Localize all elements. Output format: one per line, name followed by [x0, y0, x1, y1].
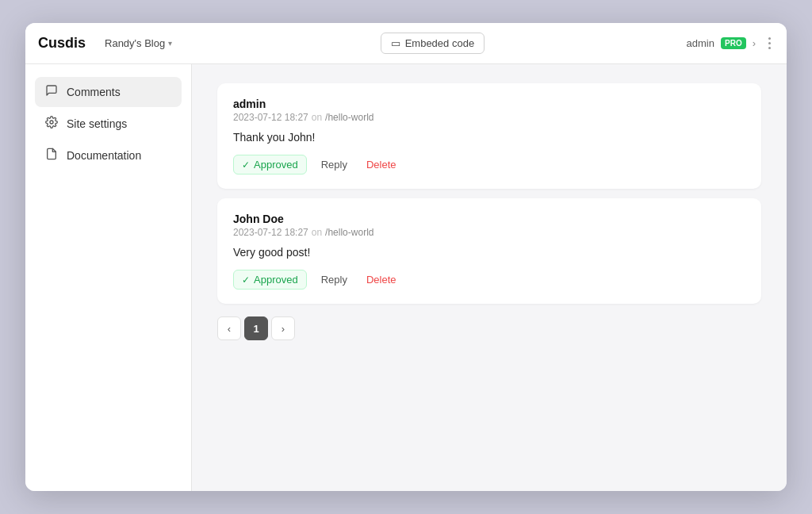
check-icon-1: ✓: [242, 159, 250, 171]
delete-button-2[interactable]: Delete: [362, 270, 401, 289]
comment-actions-1: ✓ Approved Reply Delete: [233, 155, 745, 175]
chevron-down-icon: ▾: [168, 39, 172, 48]
approved-label-1: Approved: [254, 159, 298, 171]
pro-badge: PRO: [721, 37, 746, 49]
comment-page-1: /hello-world: [325, 112, 373, 123]
topbar-right: admin PRO ›: [687, 37, 756, 49]
pagination-page-1[interactable]: 1: [244, 316, 268, 340]
settings-icon: [44, 116, 59, 132]
comment-meta-2: 2023-07-12 18:27 on /hello-world: [233, 227, 745, 238]
topbar-center: ▭ Embeded code: [188, 33, 676, 54]
pagination-prev[interactable]: ‹: [217, 316, 241, 340]
pagination-next[interactable]: ›: [271, 316, 295, 340]
sidebar-item-documentation[interactable]: Documentation: [35, 140, 182, 171]
check-icon-2: ✓: [242, 274, 250, 286]
sidebar: Comments Site settings Documentation: [25, 64, 192, 491]
user-name: admin: [687, 37, 714, 49]
reply-button-1[interactable]: Reply: [316, 155, 352, 174]
approved-button-1[interactable]: ✓ Approved: [233, 155, 307, 175]
dot-1: [768, 37, 771, 40]
comment-author-1: admin: [233, 98, 266, 110]
dot-3: [768, 47, 771, 49]
content-area: admin 2023-07-12 18:27 on /hello-world T…: [192, 64, 787, 491]
dot-2: [768, 42, 771, 44]
comment-card-1: admin 2023-07-12 18:27 on /hello-world T…: [217, 83, 761, 189]
main-layout: Comments Site settings Documentation adm…: [25, 64, 787, 491]
embed-label: Embeded code: [405, 37, 474, 49]
comment-on-label-2: on: [312, 227, 322, 238]
app-window: Cusdis Randy's Blog ▾ ▭ Embeded code adm…: [25, 23, 787, 491]
blog-selector[interactable]: Randy's Blog ▾: [98, 34, 178, 52]
topbar-chevron-icon[interactable]: ›: [753, 37, 756, 49]
comment-header-2: John Doe: [233, 213, 745, 225]
comment-actions-2: ✓ Approved Reply Delete: [233, 270, 745, 290]
app-logo: Cusdis: [38, 35, 86, 52]
sidebar-item-comments[interactable]: Comments: [35, 77, 182, 107]
reply-button-2[interactable]: Reply: [316, 270, 352, 289]
delete-button-1[interactable]: Delete: [362, 155, 401, 174]
comment-meta-1: 2023-07-12 18:27 on /hello-world: [233, 112, 745, 123]
topbar: Cusdis Randy's Blog ▾ ▭ Embeded code adm…: [25, 23, 787, 64]
comment-body-1: Thank you John!: [233, 131, 745, 144]
comments-icon: [44, 84, 59, 100]
documentation-label: Documentation: [67, 149, 141, 162]
comment-page-2: /hello-world: [325, 227, 373, 238]
comment-body-2: Very good post!: [233, 246, 745, 259]
comment-card-2: John Doe 2023-07-12 18:27 on /hello-worl…: [217, 198, 761, 304]
approved-button-2[interactable]: ✓ Approved: [233, 270, 307, 290]
comment-header-1: admin: [233, 98, 745, 110]
comment-date-2: 2023-07-12 18:27: [233, 227, 308, 238]
pagination: ‹ 1 ›: [217, 316, 761, 340]
documentation-icon: [44, 148, 59, 163]
embed-icon: ▭: [391, 37, 400, 49]
sidebar-item-site-settings[interactable]: Site settings: [35, 109, 182, 139]
comment-date-1: 2023-07-12 18:27: [233, 112, 308, 123]
dots-menu[interactable]: [765, 34, 774, 52]
blog-selector-label: Randy's Blog: [105, 37, 165, 49]
svg-point-0: [50, 121, 53, 124]
comment-author-2: John Doe: [233, 213, 284, 225]
embed-code-button[interactable]: ▭ Embeded code: [381, 33, 485, 54]
comment-on-label-1: on: [312, 112, 322, 123]
site-settings-label: Site settings: [67, 117, 127, 130]
approved-label-2: Approved: [254, 274, 298, 286]
comments-label: Comments: [67, 86, 121, 98]
